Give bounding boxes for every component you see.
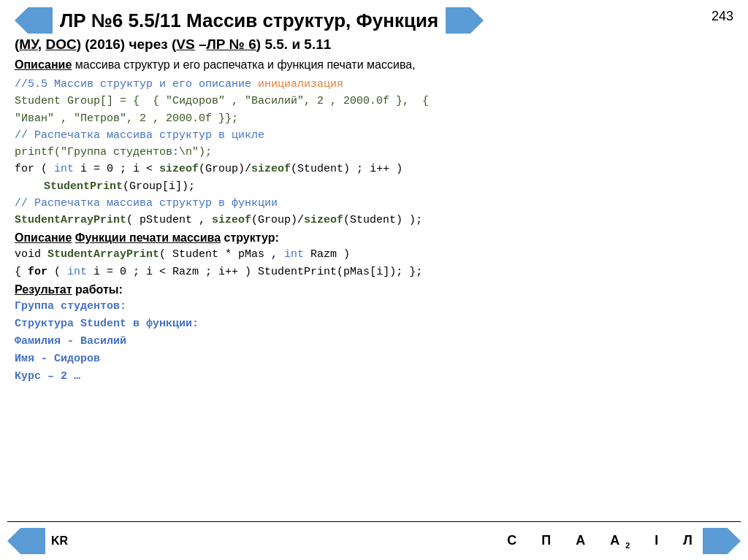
result-output: Группа студентов: Структура Student в фу… [15,298,733,386]
section-function-heading: Описание Функции печати массива структур… [15,231,733,245]
result-heading: Результат работы: [15,283,733,296]
header-left: ЛР №6 5.5/11 Массив структур, Функция [15,7,484,34]
result-line-3: Фамилия - Василий [15,333,733,350]
result-line-1: Группа студентов: [15,298,733,315]
code-line-1: //5.5 Массив структур и его описание ини… [15,76,733,93]
code-line-4: // Распечатка массива структур в цикле [15,127,733,144]
footer-kr-label: KR [51,534,68,548]
page-container: ЛР №6 5.5/11 Массив структур, Функция 24… [0,0,748,560]
code-line-7: StudentPrint(Group[i]); [15,178,733,195]
code-line-3: "Иван" , "Петров", 2 , 2000.0f }}; [15,110,733,127]
description-label: Описание [15,58,72,71]
result-line-2: Структура Student в функции: [15,315,733,333]
code-block: //5.5 Массив структур и его описание ини… [15,76,733,229]
footer-right: С П А А2 І Л [507,528,741,554]
footer: KR С П А А2 І Л [0,528,748,554]
result-label: Результат [15,283,72,296]
code-line-8: // Распечатка массива структур в функции [15,195,733,212]
code-line-11: { for ( int i = 0 ; i < Razm ; i++ ) Stu… [15,264,733,280]
nav-left-button[interactable] [15,7,53,34]
footer-nav-right-button[interactable] [703,528,741,554]
section-heading-label: Описание Функции печати массива структур… [15,231,279,244]
subtitle: (МУ, DOC) (2016) через (VS –ЛР № 6) 5.5.… [15,37,733,53]
footer-divider [7,521,741,522]
code-line-2: Student Group[] = { { "Сидоров" , "Васил… [15,93,733,110]
footer-left: KR [7,528,68,554]
code-line-9: StudentArrayPrint( pStudent , sizeof(Gro… [15,212,733,229]
page-number: 243 [711,9,733,24]
header-row: ЛР №6 5.5/11 Массив структур, Функция 24… [15,7,733,34]
page-title: ЛР №6 5.5/11 Массив структур, Функция [60,9,438,32]
result-text: работы: [72,283,123,296]
result-line-4: Имя - Сидоров [15,350,733,368]
code-line-10: void StudentArrayPrint( Student * pMas ,… [15,246,733,263]
subtitle-text: (МУ, DOC) (2016) через (VS –ЛР № 6) 5.5.… [15,37,331,52]
footer-nav-left-button[interactable] [7,528,45,554]
nav-right-button[interactable] [446,7,484,34]
result-line-5: Курс – 2 … [15,368,733,386]
code-line-6: for ( int i = 0 ; i < sizeof(Group)/size… [15,161,733,177]
code-line-5: printf("Группа студентов:\n"); [15,144,733,161]
code-block-2: void StudentArrayPrint( Student * pMas ,… [15,246,733,280]
description-text: массива структур и его распечатка и функ… [72,58,415,71]
description-line: Описание массива структур и его распечат… [15,58,733,72]
footer-letters: С П А А2 І Л [507,533,698,550]
